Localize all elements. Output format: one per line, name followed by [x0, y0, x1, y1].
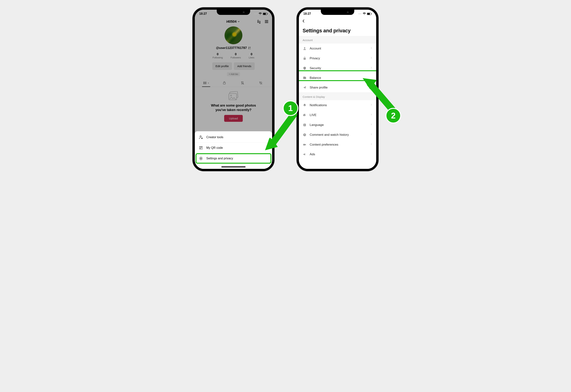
tab-grid[interactable] [197, 79, 215, 87]
person-star-icon [199, 135, 203, 139]
wallet-icon [303, 76, 307, 80]
grid-icon [203, 81, 207, 85]
settings-scroll[interactable]: Account Account Privacy Security [299, 36, 376, 169]
row-share-profile-label: Share profile [310, 86, 372, 89]
empty-state: What are some good photos you've taken r… [195, 87, 272, 124]
phone-1-wrapper: 18:27 •••• i40504 [193, 7, 274, 385]
sheet-item-qr-code[interactable]: My QR code [195, 143, 272, 153]
row-security[interactable]: Security [299, 63, 376, 73]
svg-rect-3 [223, 83, 226, 84]
tab-private[interactable] [215, 79, 233, 87]
chevron-down-icon [237, 20, 240, 23]
signal-dots: •••• [254, 13, 258, 15]
footsteps-icon[interactable] [257, 19, 261, 24]
sheet-label-creator-tools: Creator tools [206, 136, 223, 139]
empty-line2: you've taken recently? [215, 108, 251, 112]
heart-off-icon [259, 81, 263, 85]
row-ads[interactable]: Ads [299, 149, 376, 159]
section-account-header: Account [299, 36, 376, 44]
person-icon [303, 47, 307, 50]
edit-profile-button[interactable]: Edit profile [212, 62, 232, 70]
tab-reposts[interactable] [233, 79, 252, 87]
share-icon [303, 86, 307, 89]
row-privacy-label: Privacy [310, 57, 367, 60]
likes-count: 0 [249, 52, 254, 56]
chevron-left-icon [301, 19, 306, 23]
sheet-item-settings-privacy[interactable]: Settings and privacy [195, 153, 272, 164]
stat-likes[interactable]: 0 Likes [249, 52, 254, 59]
home-indicator[interactable] [221, 166, 245, 167]
phone-notch [321, 10, 354, 15]
phone-frame-1: 18:27 •••• i40504 [193, 7, 274, 171]
gear-icon [199, 156, 203, 160]
step-badge-2-number: 2 [391, 111, 396, 120]
stat-followers[interactable]: 0 Followers [230, 52, 241, 59]
row-notifications[interactable]: Notifications [299, 100, 376, 110]
upload-button[interactable]: Upload [224, 115, 243, 122]
profile-name: i40504 [226, 20, 236, 24]
empty-line1: What are some good photos [211, 103, 256, 107]
live-icon [303, 113, 307, 117]
chevron-right-icon [370, 133, 372, 137]
svg-rect-15 [303, 77, 306, 77]
row-comment-history-label: Comment and watch history [310, 133, 367, 137]
photos-icon [227, 91, 240, 101]
battery-icon [263, 13, 268, 15]
row-language[interactable]: A Language [299, 120, 376, 130]
svg-point-7 [200, 136, 201, 137]
step-badge-1: 1 [283, 101, 298, 116]
profile-tabs [195, 79, 272, 87]
tab-liked[interactable] [252, 79, 270, 87]
chevron-right-icon [370, 46, 372, 50]
svg-rect-2 [267, 13, 268, 14]
row-balance[interactable]: Balance [299, 73, 376, 83]
svg-rect-13 [303, 58, 306, 59]
section-content-header: Content & Display [299, 92, 376, 100]
row-live-label: LIVE [310, 113, 367, 117]
video-icon [303, 143, 307, 146]
row-notifications-label: Notifications [310, 103, 367, 107]
profile-name-dropdown[interactable]: i40504 [209, 20, 257, 24]
settings-screen: Settings and privacy Account Account Pri… [299, 10, 376, 169]
svg-point-8 [200, 158, 201, 159]
page-title: Settings and privacy [299, 25, 376, 36]
row-account[interactable]: Account [299, 44, 376, 53]
row-comment-history[interactable]: Comment and watch history [299, 130, 376, 140]
username: @user112377761787 [216, 46, 247, 50]
row-ads-label: Ads [310, 152, 372, 156]
followers-label: Followers [230, 56, 241, 59]
status-icons: •••• [254, 13, 268, 15]
settings-page: Settings and privacy Account Account Pri… [299, 10, 376, 169]
sheet-label-qr-code: My QR code [206, 146, 223, 149]
row-language-label: Language [310, 123, 367, 127]
stat-following[interactable]: 0 Following [213, 52, 223, 59]
row-account-label: Account [310, 47, 367, 50]
step-badge-2: 2 [385, 108, 401, 123]
hamburger-menu-icon[interactable] [264, 19, 269, 24]
wifi-icon [363, 13, 366, 15]
likes-label: Likes [249, 56, 254, 59]
sheet-item-creator-tools[interactable]: Creator tools [195, 132, 272, 143]
chevron-right-icon [370, 66, 372, 70]
phone-2-wrapper: 18:27 •••• Settings and privacy Account … [297, 7, 378, 385]
status-time: 18:27 [303, 12, 311, 15]
wifi-icon [258, 13, 262, 15]
back-button[interactable] [299, 18, 376, 25]
lock-icon [223, 81, 226, 85]
svg-rect-11 [371, 13, 372, 14]
qr-code-icon [199, 146, 203, 150]
sheet-label-settings-privacy: Settings and privacy [206, 157, 233, 160]
qr-small-icon[interactable] [248, 46, 251, 49]
avatar[interactable] [225, 26, 242, 44]
phone-frame-2: 18:27 •••• Settings and privacy Account … [297, 7, 378, 171]
row-content-preferences[interactable]: Content preferences [299, 140, 376, 149]
row-live[interactable]: LIVE [299, 110, 376, 120]
add-bio-button[interactable]: + Add bio [227, 72, 240, 76]
chevron-right-icon [370, 103, 372, 107]
row-privacy[interactable]: Privacy [299, 53, 376, 63]
add-friends-button[interactable]: Add friends [234, 62, 255, 70]
status-icons: •••• [358, 13, 372, 15]
row-share-profile[interactable]: Share profile [299, 83, 376, 92]
lock-icon [303, 57, 307, 60]
chevron-right-icon [370, 123, 372, 127]
